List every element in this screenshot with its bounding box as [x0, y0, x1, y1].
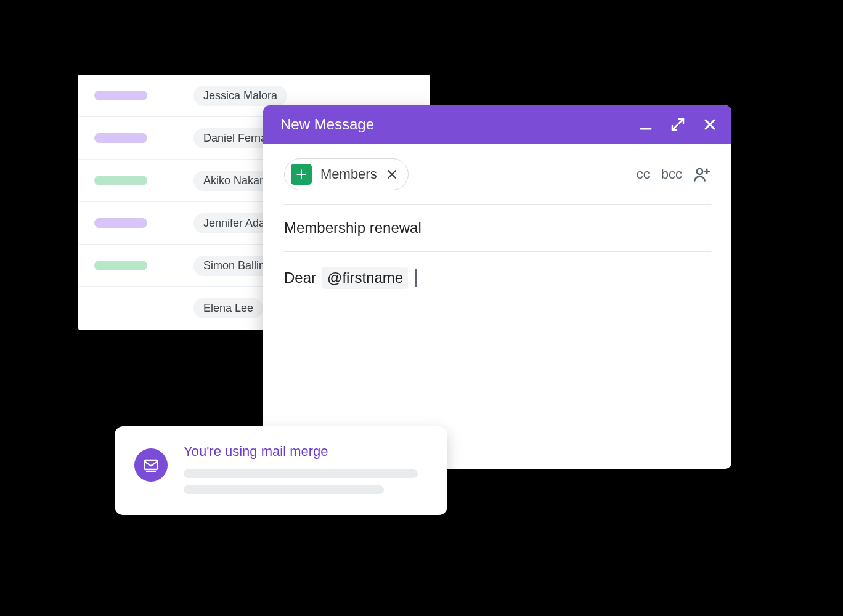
compose-title: New Message — [280, 116, 638, 133]
tag-pill — [94, 91, 147, 100]
recipient-chip-label: Members — [320, 166, 377, 182]
tag-cell — [78, 75, 177, 116]
notification-text-placeholder — [184, 485, 384, 494]
notification-text-placeholder — [184, 469, 418, 478]
compose-body: Members cc bcc — [263, 144, 731, 469]
tag-pill — [94, 261, 147, 270]
compose-header: New Message — [263, 105, 731, 144]
merge-token[interactable]: @firstname — [322, 267, 408, 289]
expand-icon[interactable] — [670, 116, 686, 132]
notification-title: You're using mail merge — [184, 444, 428, 460]
tag-cell — [78, 160, 177, 201]
name-chip[interactable]: Jessica Malora — [193, 86, 287, 106]
tag-cell — [78, 117, 177, 159]
svg-rect-12 — [145, 460, 158, 469]
tag-pill — [94, 133, 147, 143]
bcc-button[interactable]: bcc — [661, 166, 682, 182]
text-cursor — [415, 269, 417, 287]
recipients-row[interactable]: Members cc bcc — [284, 158, 711, 205]
tag-cell — [78, 202, 177, 244]
tag-cell — [78, 245, 177, 286]
body-text: Dear — [284, 269, 316, 286]
tag-cell — [78, 287, 177, 330]
subject-field[interactable]: Membership renewal — [284, 205, 711, 252]
cc-button[interactable]: cc — [637, 166, 650, 182]
name-chip[interactable]: Elena Lee — [193, 298, 263, 318]
remove-recipient-icon[interactable] — [386, 168, 398, 180]
message-body[interactable]: Dear @firstname — [284, 252, 711, 304]
mail-merge-icon — [134, 448, 168, 482]
svg-point-9 — [697, 169, 702, 174]
compose-window: New Message — [263, 105, 731, 469]
recipient-chip[interactable]: Members — [284, 158, 409, 190]
close-icon[interactable] — [702, 116, 718, 132]
tag-pill — [94, 176, 147, 185]
tag-pill — [94, 218, 147, 228]
mail-merge-notification: You're using mail merge — [115, 426, 447, 515]
add-person-icon[interactable] — [693, 166, 711, 183]
sheets-icon — [291, 164, 312, 185]
minimize-icon[interactable] — [638, 116, 654, 132]
